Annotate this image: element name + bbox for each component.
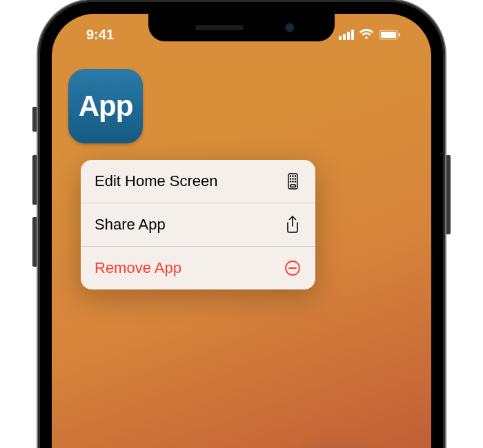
minus-circle-icon [284, 259, 302, 277]
app-icon-label: App [79, 90, 133, 123]
svg-point-10 [290, 181, 290, 182]
menu-item-label: Remove App [95, 259, 181, 277]
menu-item-share-app[interactable]: Share App [81, 203, 315, 247]
svg-point-11 [292, 181, 293, 182]
menu-item-edit-home-screen[interactable]: Edit Home Screen [81, 160, 315, 203]
menu-item-label: Share App [95, 216, 166, 234]
share-icon [284, 216, 302, 234]
svg-point-9 [295, 179, 295, 179]
battery-icon [379, 30, 401, 40]
status-bar: 9:41 [52, 21, 431, 48]
power-button[interactable] [446, 155, 451, 234]
volume-down-button[interactable] [32, 217, 37, 267]
svg-point-6 [295, 176, 295, 176]
context-menu: Edit Home Screen Share App Remove App [81, 160, 315, 289]
device-icon [284, 172, 302, 190]
svg-rect-1 [381, 32, 396, 38]
screen: 9:41 App Edit Home Screen [52, 14, 431, 448]
svg-point-5 [292, 176, 293, 176]
menu-item-label: Edit Home Screen [95, 172, 218, 190]
app-icon[interactable]: App [68, 69, 143, 143]
svg-point-7 [290, 179, 290, 179]
menu-item-remove-app[interactable]: Remove App [81, 247, 315, 289]
volume-up-button[interactable] [32, 155, 37, 205]
status-time: 9:41 [86, 27, 114, 43]
wifi-icon [359, 29, 374, 40]
cellular-signal-icon [339, 30, 354, 40]
svg-point-12 [295, 181, 295, 182]
svg-point-8 [292, 179, 293, 179]
phone-frame: 9:41 App Edit Home Screen [38, 0, 445, 448]
svg-rect-2 [399, 32, 401, 37]
svg-point-4 [290, 176, 290, 176]
svg-rect-13 [290, 185, 295, 187]
mute-switch[interactable] [32, 107, 37, 132]
